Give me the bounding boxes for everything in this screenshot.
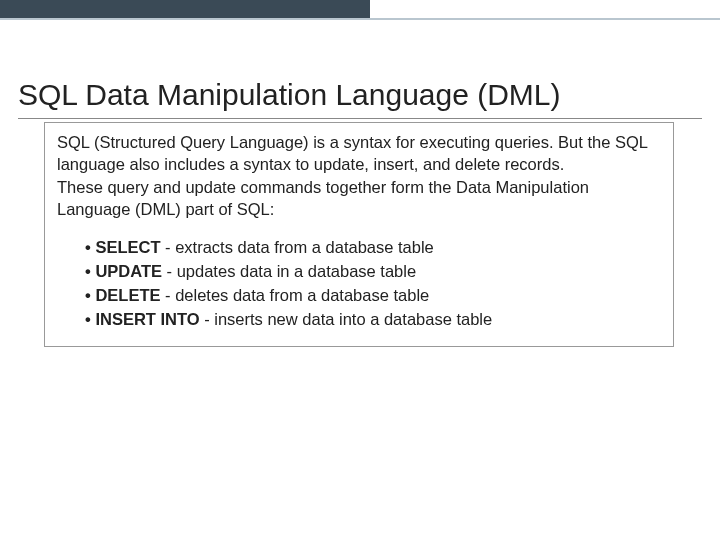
item-rest: - inserts new data into a database table (200, 310, 493, 328)
description: SQL (Structured Query Language) is a syn… (57, 131, 661, 220)
command-list: SELECT - extracts data from a database t… (57, 236, 661, 332)
list-item: DELETE - deletes data from a database ta… (85, 284, 661, 308)
header-bar-light (0, 18, 720, 20)
list-item: UPDATE - updates data in a database tabl… (85, 260, 661, 284)
header-bar-dark (0, 0, 370, 18)
desc-paragraph-2: These query and update commands together… (57, 178, 589, 218)
content-box: SQL (Structured Query Language) is a syn… (44, 122, 674, 347)
keyword: INSERT INTO (95, 310, 199, 328)
list-item: SELECT - extracts data from a database t… (85, 236, 661, 260)
item-rest: - updates data in a database table (162, 262, 416, 280)
keyword: DELETE (95, 286, 160, 304)
item-rest: - extracts data from a database table (160, 238, 433, 256)
keyword: SELECT (95, 238, 160, 256)
list-item: INSERT INTO - inserts new data into a da… (85, 308, 661, 332)
keyword: UPDATE (95, 262, 162, 280)
header-decoration (0, 0, 720, 24)
item-rest: - deletes data from a database table (160, 286, 429, 304)
title-underline (18, 118, 702, 119)
desc-paragraph-1: SQL (Structured Query Language) is a syn… (57, 133, 647, 173)
slide-title: SQL Data Manipulation Language (DML) (18, 78, 561, 112)
